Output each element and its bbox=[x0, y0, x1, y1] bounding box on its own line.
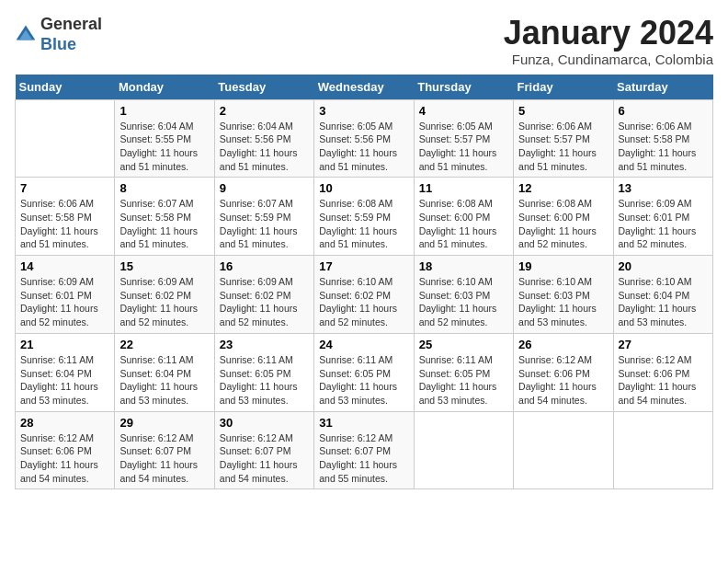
logo-text: General Blue bbox=[40, 15, 102, 54]
day-info: Sunrise: 6:11 AMSunset: 6:04 PMDaylight:… bbox=[119, 353, 209, 408]
calendar-cell: 19Sunrise: 6:10 AMSunset: 6:03 PMDayligh… bbox=[514, 256, 613, 334]
day-number: 8 bbox=[119, 181, 209, 195]
calendar-cell: 4Sunrise: 6:05 AMSunset: 5:57 PMDaylight… bbox=[414, 99, 513, 178]
day-number: 15 bbox=[119, 259, 209, 273]
day-number: 9 bbox=[220, 181, 309, 195]
day-info: Sunrise: 6:11 AMSunset: 6:04 PMDaylight:… bbox=[20, 353, 109, 408]
title-block: January 2024 Funza, Cundinamarca, Colomb… bbox=[504, 15, 713, 67]
calendar-cell: 16Sunrise: 6:09 AMSunset: 6:02 PMDayligh… bbox=[214, 256, 313, 334]
day-number: 10 bbox=[319, 181, 408, 195]
day-info: Sunrise: 6:10 AMSunset: 6:03 PMDaylight:… bbox=[419, 275, 508, 329]
day-number: 19 bbox=[518, 259, 608, 273]
logo-general: General bbox=[40, 15, 102, 33]
day-number: 22 bbox=[119, 338, 209, 351]
calendar-cell: 13Sunrise: 6:09 AMSunset: 6:01 PMDayligh… bbox=[613, 178, 712, 256]
weekday-header-tuesday: Tuesday bbox=[214, 75, 313, 100]
day-info: Sunrise: 6:06 AMSunset: 5:58 PMDaylight:… bbox=[619, 120, 708, 174]
calendar-cell: 30Sunrise: 6:12 AMSunset: 6:07 PMDayligh… bbox=[214, 411, 313, 489]
day-number: 27 bbox=[619, 338, 708, 351]
calendar-cell bbox=[613, 411, 712, 489]
day-info: Sunrise: 6:11 AMSunset: 6:05 PMDaylight:… bbox=[220, 353, 309, 408]
calendar-table: SundayMondayTuesdayWednesdayThursdayFrid… bbox=[15, 75, 713, 490]
calendar-cell: 27Sunrise: 6:12 AMSunset: 6:06 PMDayligh… bbox=[613, 333, 712, 411]
day-number: 16 bbox=[220, 259, 309, 273]
calendar-cell: 18Sunrise: 6:10 AMSunset: 6:03 PMDayligh… bbox=[414, 256, 513, 334]
calendar-cell: 15Sunrise: 6:09 AMSunset: 6:02 PMDayligh… bbox=[115, 256, 214, 334]
day-info: Sunrise: 6:12 AMSunset: 6:06 PMDaylight:… bbox=[20, 431, 109, 486]
calendar-cell: 21Sunrise: 6:11 AMSunset: 6:04 PMDayligh… bbox=[16, 333, 115, 411]
calendar-cell: 8Sunrise: 6:07 AMSunset: 5:58 PMDaylight… bbox=[115, 178, 214, 256]
calendar-cell: 25Sunrise: 6:11 AMSunset: 6:05 PMDayligh… bbox=[414, 333, 513, 411]
day-info: Sunrise: 6:05 AMSunset: 5:56 PMDaylight:… bbox=[319, 120, 408, 174]
day-number: 11 bbox=[419, 181, 508, 195]
calendar-body: 1Sunrise: 6:04 AMSunset: 5:55 PMDaylight… bbox=[16, 99, 713, 489]
day-info: Sunrise: 6:09 AMSunset: 6:02 PMDaylight:… bbox=[220, 275, 309, 329]
calendar-week-row: 14Sunrise: 6:09 AMSunset: 6:01 PMDayligh… bbox=[16, 256, 713, 334]
weekday-header-row: SundayMondayTuesdayWednesdayThursdayFrid… bbox=[16, 75, 713, 100]
day-info: Sunrise: 6:04 AMSunset: 5:56 PMDaylight:… bbox=[220, 120, 309, 174]
day-info: Sunrise: 6:11 AMSunset: 6:05 PMDaylight:… bbox=[319, 353, 408, 408]
calendar-cell: 23Sunrise: 6:11 AMSunset: 6:05 PMDayligh… bbox=[214, 333, 313, 411]
weekday-header-sunday: Sunday bbox=[16, 75, 115, 100]
calendar-cell: 29Sunrise: 6:12 AMSunset: 6:07 PMDayligh… bbox=[115, 411, 214, 489]
calendar-cell: 20Sunrise: 6:10 AMSunset: 6:04 PMDayligh… bbox=[613, 256, 712, 334]
day-number: 7 bbox=[20, 181, 109, 195]
day-info: Sunrise: 6:12 AMSunset: 6:06 PMDaylight:… bbox=[518, 353, 608, 408]
day-info: Sunrise: 6:08 AMSunset: 6:00 PMDaylight:… bbox=[518, 197, 608, 251]
calendar-cell bbox=[514, 411, 613, 489]
day-number: 30 bbox=[220, 416, 309, 430]
calendar-header: SundayMondayTuesdayWednesdayThursdayFrid… bbox=[16, 75, 713, 100]
calendar-cell: 26Sunrise: 6:12 AMSunset: 6:06 PMDayligh… bbox=[514, 333, 613, 411]
day-number: 31 bbox=[319, 416, 408, 430]
calendar-cell: 5Sunrise: 6:06 AMSunset: 5:57 PMDaylight… bbox=[514, 99, 613, 178]
day-info: Sunrise: 6:12 AMSunset: 6:07 PMDaylight:… bbox=[220, 431, 309, 486]
weekday-header-friday: Friday bbox=[514, 75, 613, 100]
day-info: Sunrise: 6:06 AMSunset: 5:57 PMDaylight:… bbox=[518, 120, 608, 174]
day-number: 28 bbox=[20, 416, 109, 430]
calendar-cell: 17Sunrise: 6:10 AMSunset: 6:02 PMDayligh… bbox=[314, 256, 414, 334]
day-info: Sunrise: 6:04 AMSunset: 5:55 PMDaylight:… bbox=[119, 120, 209, 174]
weekday-header-thursday: Thursday bbox=[414, 75, 513, 100]
day-number: 5 bbox=[518, 104, 608, 118]
day-number: 2 bbox=[220, 104, 309, 118]
calendar-cell: 9Sunrise: 6:07 AMSunset: 5:59 PMDaylight… bbox=[214, 178, 313, 256]
calendar-cell: 6Sunrise: 6:06 AMSunset: 5:58 PMDaylight… bbox=[613, 99, 712, 178]
day-number: 21 bbox=[20, 338, 109, 351]
day-number: 13 bbox=[619, 181, 708, 195]
day-number: 17 bbox=[319, 259, 408, 273]
logo-icon bbox=[15, 24, 37, 46]
day-info: Sunrise: 6:07 AMSunset: 5:59 PMDaylight:… bbox=[220, 197, 309, 251]
calendar-cell: 12Sunrise: 6:08 AMSunset: 6:00 PMDayligh… bbox=[514, 178, 613, 256]
calendar-cell: 31Sunrise: 6:12 AMSunset: 6:07 PMDayligh… bbox=[314, 411, 414, 489]
calendar-cell: 24Sunrise: 6:11 AMSunset: 6:05 PMDayligh… bbox=[314, 333, 414, 411]
day-number: 12 bbox=[518, 181, 608, 195]
calendar-cell: 10Sunrise: 6:08 AMSunset: 5:59 PMDayligh… bbox=[314, 178, 414, 256]
day-info: Sunrise: 6:12 AMSunset: 6:07 PMDaylight:… bbox=[119, 431, 209, 486]
day-info: Sunrise: 6:09 AMSunset: 6:01 PMDaylight:… bbox=[20, 275, 109, 329]
day-info: Sunrise: 6:08 AMSunset: 5:59 PMDaylight:… bbox=[319, 197, 408, 251]
day-info: Sunrise: 6:10 AMSunset: 6:03 PMDaylight:… bbox=[518, 275, 608, 329]
calendar-cell: 14Sunrise: 6:09 AMSunset: 6:01 PMDayligh… bbox=[16, 256, 115, 334]
logo: General Blue bbox=[15, 15, 102, 54]
month-title: January 2024 bbox=[504, 15, 713, 52]
day-info: Sunrise: 6:12 AMSunset: 6:07 PMDaylight:… bbox=[319, 431, 408, 486]
weekday-header-wednesday: Wednesday bbox=[314, 75, 414, 100]
calendar-week-row: 7Sunrise: 6:06 AMSunset: 5:58 PMDaylight… bbox=[16, 178, 713, 256]
day-number: 3 bbox=[319, 104, 408, 118]
page-header: General Blue January 2024 Funza, Cundina… bbox=[15, 15, 713, 67]
calendar-cell: 7Sunrise: 6:06 AMSunset: 5:58 PMDaylight… bbox=[16, 178, 115, 256]
calendar-week-row: 28Sunrise: 6:12 AMSunset: 6:06 PMDayligh… bbox=[16, 411, 713, 489]
day-number: 4 bbox=[419, 104, 508, 118]
calendar-cell: 3Sunrise: 6:05 AMSunset: 5:56 PMDaylight… bbox=[314, 99, 414, 178]
calendar-week-row: 21Sunrise: 6:11 AMSunset: 6:04 PMDayligh… bbox=[16, 333, 713, 411]
day-number: 26 bbox=[518, 338, 608, 351]
day-number: 6 bbox=[619, 104, 708, 118]
day-number: 29 bbox=[119, 416, 209, 430]
day-info: Sunrise: 6:09 AMSunset: 6:02 PMDaylight:… bbox=[119, 275, 209, 329]
day-info: Sunrise: 6:10 AMSunset: 6:04 PMDaylight:… bbox=[619, 275, 708, 329]
day-info: Sunrise: 6:11 AMSunset: 6:05 PMDaylight:… bbox=[419, 353, 508, 408]
calendar-cell: 22Sunrise: 6:11 AMSunset: 6:04 PMDayligh… bbox=[115, 333, 214, 411]
day-info: Sunrise: 6:07 AMSunset: 5:58 PMDaylight:… bbox=[119, 197, 209, 251]
calendar-cell bbox=[414, 411, 513, 489]
day-number: 14 bbox=[20, 259, 109, 273]
